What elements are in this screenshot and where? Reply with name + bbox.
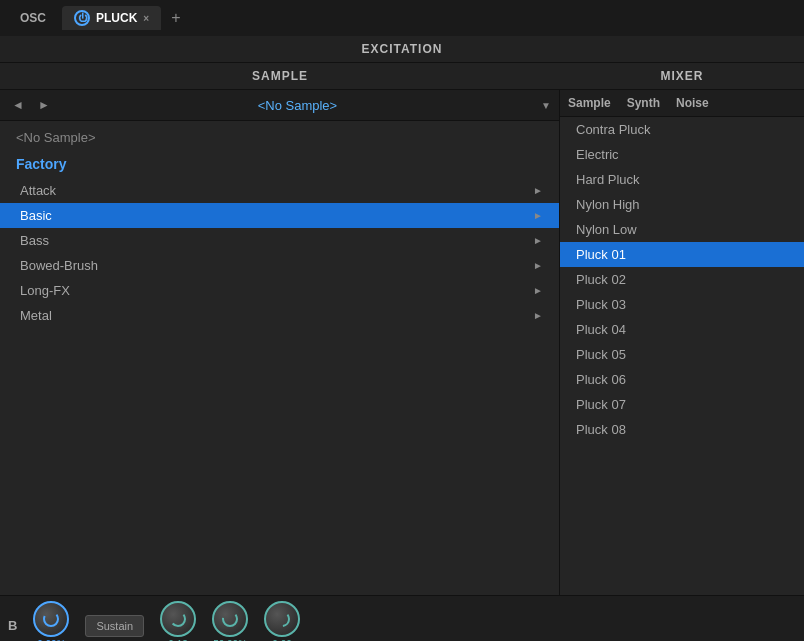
mixer-item-nylon-high[interactable]: Nylon High [560,192,804,217]
mixer-item-nylon-low[interactable]: Nylon Low [560,217,804,242]
knob-2[interactable] [160,601,196,637]
mixer-sub-header: Sample Synth Noise [560,90,804,117]
mixer-sample-label: Sample [568,96,611,110]
mixer-synth-label: Synth [627,96,660,110]
svg-point-0 [44,612,58,626]
mixer-item-hard-pluck[interactable]: Hard Pluck [560,167,804,192]
knob-group-2: 0,13 [160,601,196,641]
sample-item-metal[interactable]: Metal ► [0,303,559,328]
power-icon: ⏻ [74,10,90,26]
sample-item-no-sample[interactable]: <No Sample> [0,125,559,150]
chevron-right-icon: ► [533,235,543,246]
tab-bar: OSC ⏻ PLUCK × + [0,0,804,36]
chevron-right-icon: ► [533,260,543,271]
label-b: B [8,618,17,633]
mixer-list: Contra Pluck Electric Hard Pluck Nylon H… [560,117,804,595]
sample-panel: ◄ ► <No Sample> ▼ <No Sample> Factory At… [0,90,560,595]
mixer-item-pluck-03[interactable]: Pluck 03 [560,292,804,317]
tab-pluck-label: PLUCK [96,11,137,25]
knob-3[interactable] [212,601,248,637]
svg-point-2 [223,612,237,626]
mixer-item-pluck-08[interactable]: Pluck 08 [560,417,804,442]
nav-right-button[interactable]: ► [34,96,54,114]
mixer-column-header: MIXER [560,63,804,89]
sample-item-bass[interactable]: Bass ► [0,228,559,253]
current-sample-label: <No Sample> [60,98,535,113]
tab-add-button[interactable]: + [165,9,186,27]
section-title: EXCITATION [362,42,443,56]
columns-header: SAMPLE MIXER [0,63,804,90]
tab-close-button[interactable]: × [143,13,149,24]
tab-osc-label: OSC [20,11,46,25]
mixer-item-electric[interactable]: Electric [560,142,804,167]
sample-selector: ◄ ► <No Sample> ▼ [0,90,559,121]
sample-item-basic[interactable]: Basic ► [0,203,559,228]
nav-left-button[interactable]: ◄ [8,96,28,114]
mixer-noise-label: Noise [676,96,709,110]
mixer-item-pluck-05[interactable]: Pluck 05 [560,342,804,367]
mixer-item-pluck-04[interactable]: Pluck 04 [560,317,804,342]
sample-dropdown-arrow[interactable]: ▼ [541,100,551,111]
bottom-controls: B 0,00% Sustain 0,13 50,00% 0 [0,595,804,641]
sample-item-bowed-brush[interactable]: Bowed-Brush ► [0,253,559,278]
chevron-right-icon: ► [533,310,543,321]
chevron-right-icon: ► [533,185,543,196]
knob-4[interactable] [264,601,300,637]
section-header: EXCITATION [0,36,804,63]
svg-point-3 [275,612,289,626]
knob-group-3: 50,00% [212,601,248,641]
mixer-item-pluck-01[interactable]: Pluck 01 [560,242,804,267]
svg-point-1 [171,612,185,626]
mixer-item-contra-pluck[interactable]: Contra Pluck [560,117,804,142]
main-layout: ◄ ► <No Sample> ▼ <No Sample> Factory At… [0,90,804,595]
knob-group-1: 0,00% [33,601,69,641]
mixer-item-pluck-02[interactable]: Pluck 02 [560,267,804,292]
tab-osc[interactable]: OSC [8,7,58,29]
sample-item-long-fx[interactable]: Long-FX ► [0,278,559,303]
sample-column-header: SAMPLE [0,63,560,89]
sustain-button[interactable]: Sustain [85,615,144,637]
tab-pluck[interactable]: ⏻ PLUCK × [62,6,161,30]
mixer-item-pluck-06[interactable]: Pluck 06 [560,367,804,392]
knob-1[interactable] [33,601,69,637]
sample-category-factory[interactable]: Factory [0,150,559,178]
knob-group-4: 0,00 [264,601,300,641]
mixer-panel: Sample Synth Noise Contra Pluck Electric… [560,90,804,595]
mixer-item-pluck-07[interactable]: Pluck 07 [560,392,804,417]
sample-item-attack[interactable]: Attack ► [0,178,559,203]
chevron-right-icon: ► [533,210,543,221]
chevron-right-icon: ► [533,285,543,296]
sample-list: <No Sample> Factory Attack ► Basic ► Bas… [0,121,559,595]
